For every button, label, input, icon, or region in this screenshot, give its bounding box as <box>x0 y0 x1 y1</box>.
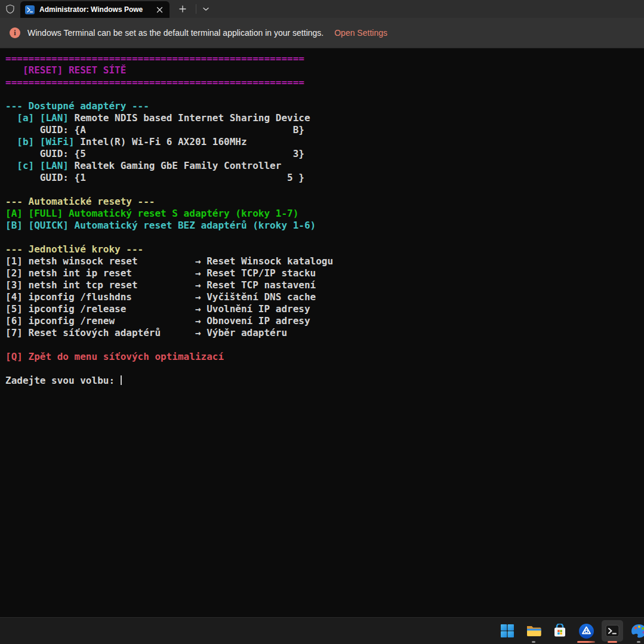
terminal-text-segment: Zadejte svou volbu: <box>5 375 121 386</box>
terminal-line: Zadejte svou volbu: <box>5 375 644 387</box>
running-indicator <box>637 641 640 643</box>
terminal-text-segment: ========================================… <box>5 53 304 64</box>
new-tab-button[interactable] <box>174 1 191 17</box>
terminal-line <box>5 184 644 196</box>
info-icon: i <box>10 27 20 38</box>
terminal-line: [B] [QUICK] Automatický reset BEZ adapté… <box>5 220 644 232</box>
terminal-line: [4] ipconfig /flushdns → Vyčištění DNS c… <box>5 291 644 303</box>
terminal-line: GUID: {A B} <box>5 124 644 136</box>
attention-indicator <box>577 641 595 643</box>
terminal-line: [5] ipconfig /release → Uvolnění IP adre… <box>5 303 644 315</box>
terminal-line: [RESET] RESET SÍTĚ <box>5 64 644 76</box>
terminal-text-segment: [2] netsh int ip reset → Reset TCP/IP st… <box>5 267 316 279</box>
terminal-text-segment: GUID: {5 3} <box>5 148 304 159</box>
terminal-text-segment: [4] ipconfig /flushdns → Vyčištění DNS c… <box>5 291 316 303</box>
terminal-line <box>5 232 644 244</box>
active-app-plate <box>602 620 623 642</box>
plus-icon <box>179 5 186 13</box>
running-indicator <box>532 641 535 643</box>
terminal-line: [1] netsh winsock reset → Reset Winsock … <box>5 255 644 267</box>
admin-shield-badge <box>0 0 20 18</box>
terminal-text-segment: [3] netsh int tcp reset → Reset TCP nast… <box>5 279 316 291</box>
terminal-line: [c] [LAN] Realtek Gaming GbE Family Cont… <box>5 160 644 172</box>
terminal-text-segment: [b] [WiFi] <box>17 136 74 147</box>
windows-terminal-button[interactable] <box>600 618 624 644</box>
powershell-icon <box>25 5 35 14</box>
terminal-line: [A] [FULL] Automatický reset S adaptéry … <box>5 208 644 220</box>
terminal-text-segment: --- Dostupné adaptéry --- <box>5 100 149 112</box>
terminal-text-segment: [RESET] RESET SÍTĚ <box>5 64 126 76</box>
terminal-text-segment: Intel(R) Wi-Fi 6 AX201 160MHz <box>75 136 247 147</box>
windows-start-icon <box>500 624 514 638</box>
terminal-text-segment: ========================================… <box>5 76 304 88</box>
blue-circle-app-button[interactable] <box>574 618 598 644</box>
tab-close-button[interactable] <box>153 3 166 16</box>
titlebar-divider <box>196 4 196 14</box>
terminal-output[interactable]: ========================================… <box>0 48 644 618</box>
terminal-line: GUID: {5 3} <box>5 148 644 160</box>
microsoft-store-icon <box>553 624 567 638</box>
terminal-line: ========================================… <box>5 76 644 88</box>
shield-icon <box>5 4 16 14</box>
terminal-icon <box>605 623 620 639</box>
terminal-tab[interactable]: Administrator: Windows Powe <box>20 1 170 18</box>
active-indicator <box>608 641 617 643</box>
terminal-text-segment <box>5 112 17 124</box>
terminal-line <box>5 339 644 351</box>
microsoft-store-button[interactable] <box>548 618 572 644</box>
terminal-text-segment <box>5 136 17 147</box>
terminal-line <box>5 363 644 375</box>
terminal-text-segment: [Q] Zpět do menu síťových optimalizací <box>5 351 224 362</box>
terminal-text-segment: [1] netsh winsock reset → Reset Winsock … <box>5 255 333 267</box>
terminal-text-segment: --- Jednotlivé kroky --- <box>5 244 143 255</box>
start-button[interactable] <box>495 618 519 644</box>
paint-palette-icon <box>631 624 644 639</box>
close-icon <box>156 7 163 13</box>
terminal-text-segment: [a] [LAN] <box>17 112 69 124</box>
terminal-text-segment: [B] [QUICK] Automatický reset BEZ adapté… <box>5 220 316 231</box>
terminal-line: --- Dostupné adaptéry --- <box>5 100 644 112</box>
terminal-text-segment: [5] ipconfig /release → Uvolnění IP adre… <box>5 303 310 315</box>
terminal-text-segment: Realtek Gaming GbE Family Controller <box>69 160 281 171</box>
terminal-line: ========================================… <box>5 53 644 64</box>
terminal-text-segment: [c] [LAN] <box>17 160 69 171</box>
terminal-line: --- Automatické resety --- <box>5 196 644 208</box>
terminal-text-segment: [6] ipconfig /renew → Obnovení IP adresy <box>5 315 310 326</box>
banner-message: Windows Terminal can be set as the defau… <box>27 28 323 38</box>
default-terminal-banner: i Windows Terminal can be set as the def… <box>0 18 644 48</box>
taskbar <box>0 617 644 644</box>
text-cursor <box>121 375 122 385</box>
paint-button[interactable] <box>627 618 644 644</box>
terminal-text-segment: --- Automatické resety --- <box>5 196 155 207</box>
file-explorer-button[interactable] <box>522 618 546 644</box>
terminal-text-segment: GUID: {A B} <box>5 124 304 135</box>
terminal-text-segment: [7] Reset síťových adaptérů → Výběr adap… <box>5 327 287 338</box>
titlebar: Administrator: Windows Powe <box>0 0 644 18</box>
open-settings-link[interactable]: Open Settings <box>334 28 387 38</box>
terminal-line: [a] [LAN] Remote NDIS based Internet Sha… <box>5 112 644 124</box>
tab-dropdown-button[interactable] <box>198 1 214 17</box>
terminal-line: [6] ipconfig /renew → Obnovení IP adresy <box>5 315 644 327</box>
terminal-text-segment: GUID: {1 5 } <box>5 172 304 183</box>
tab-title: Administrator: Windows Powe <box>39 5 153 14</box>
terminal-line: [3] netsh int tcp reset → Reset TCP nast… <box>5 279 644 291</box>
terminal-line: [2] netsh int ip reset → Reset TCP/IP st… <box>5 267 644 279</box>
terminal-text-segment: Remote NDIS based Internet Sharing Devic… <box>69 112 310 124</box>
terminal-line: --- Jednotlivé kroky --- <box>5 244 644 255</box>
terminal-line <box>5 88 644 100</box>
blue-circle-app-icon <box>578 623 594 639</box>
terminal-text-segment: [A] [FULL] Automatický reset S adaptéry … <box>5 208 298 219</box>
chevron-down-icon <box>202 7 209 11</box>
terminal-line: [b] [WiFi] Intel(R) Wi-Fi 6 AX201 160MHz <box>5 136 644 148</box>
terminal-line: GUID: {1 5 } <box>5 172 644 184</box>
taskbar-icons <box>495 618 644 644</box>
terminal-line: [7] Reset síťových adaptérů → Výběr adap… <box>5 327 644 339</box>
terminal-text-segment <box>5 160 17 171</box>
file-explorer-icon <box>526 624 541 638</box>
terminal-line: [Q] Zpět do menu síťových optimalizací <box>5 351 644 363</box>
